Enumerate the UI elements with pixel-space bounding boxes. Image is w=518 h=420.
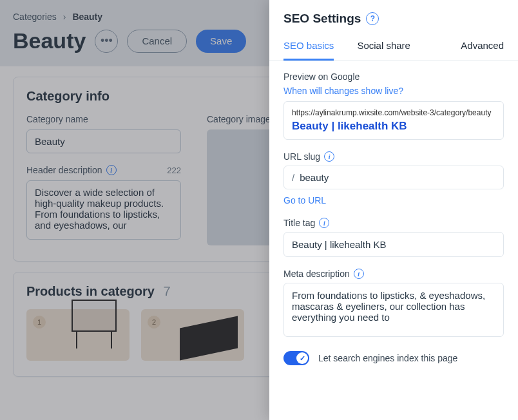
- save-button[interactable]: Save: [196, 30, 246, 53]
- product-number: 2: [148, 316, 160, 329]
- info-icon[interactable]: i: [354, 269, 364, 279]
- header-desc-textarea[interactable]: [26, 180, 181, 240]
- meta-desc-label: Meta description: [283, 269, 350, 279]
- panel-tabs: SEO basics Social share Advanced: [269, 33, 518, 61]
- category-name-label: Category name: [26, 114, 181, 124]
- preview-label: Preview on Google: [283, 72, 504, 82]
- info-icon[interactable]: i: [319, 218, 329, 228]
- product-thumbnail: [180, 316, 238, 360]
- slug-prefix: /: [292, 172, 294, 183]
- tab-social-share[interactable]: Social share: [357, 33, 410, 61]
- product-thumbnail: [72, 300, 117, 332]
- cancel-button[interactable]: Cancel: [127, 30, 187, 53]
- url-slug-label: URL slug: [283, 151, 320, 162]
- index-toggle[interactable]: [283, 351, 309, 365]
- panel-title: SEO Settings: [283, 12, 361, 26]
- product-item[interactable]: 1: [26, 309, 130, 361]
- url-slug-field[interactable]: /: [283, 166, 504, 189]
- products-count: 7: [164, 284, 171, 298]
- meta-desc-textarea[interactable]: [283, 283, 504, 337]
- chevron-right-icon: ›: [63, 12, 66, 22]
- breadcrumb-root[interactable]: Categories: [13, 12, 57, 22]
- products-heading: Products in category: [26, 284, 155, 298]
- tab-seo-basics[interactable]: SEO basics: [283, 33, 334, 61]
- title-tag-input[interactable]: [283, 232, 504, 257]
- title-tag-label: Title tag: [283, 218, 315, 228]
- info-icon[interactable]: i: [106, 165, 117, 175]
- index-toggle-label: Let search engines index this page: [318, 353, 457, 363]
- ellipsis-icon: •••: [101, 34, 113, 48]
- preview-url: https://aylinakrump.wixsite.com/website-…: [292, 108, 495, 117]
- url-slug-input[interactable]: [300, 172, 495, 183]
- breadcrumb-current: Beauty: [72, 12, 102, 22]
- help-icon[interactable]: ?: [366, 12, 379, 25]
- product-number: 1: [33, 316, 46, 329]
- go-to-url-link[interactable]: Go to URL: [283, 195, 326, 205]
- info-icon[interactable]: i: [324, 151, 334, 162]
- page-title: Beauty: [13, 28, 86, 53]
- category-name-input[interactable]: [26, 129, 181, 153]
- tab-advanced[interactable]: Advanced: [461, 33, 504, 61]
- more-actions-button[interactable]: •••: [95, 30, 118, 53]
- google-preview-box: https://aylinakrump.wixsite.com/website-…: [283, 101, 504, 140]
- product-item[interactable]: 2: [141, 309, 244, 361]
- header-desc-label: Header description: [26, 165, 102, 175]
- preview-title: Beauty | likehealth KB: [292, 120, 495, 133]
- char-count: 222: [167, 166, 181, 175]
- seo-settings-panel: SEO Settings ? SEO basics Social share A…: [269, 0, 518, 420]
- preview-changes-link[interactable]: When will changes show live?: [283, 86, 504, 96]
